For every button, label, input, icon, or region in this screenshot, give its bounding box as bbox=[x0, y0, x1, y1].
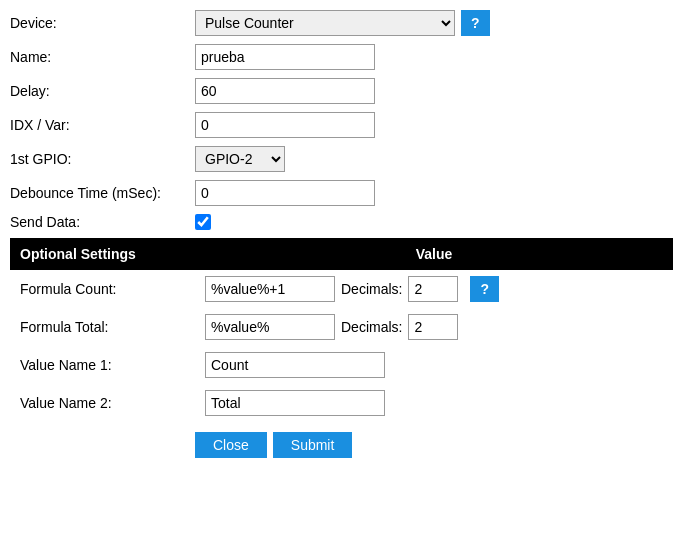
value-name1-cell bbox=[195, 346, 673, 384]
formula-total-group: Decimals: bbox=[205, 314, 663, 340]
gpio-select[interactable]: GPIO-2GPIO-0GPIO-1GPIO-3GPIO-4 bbox=[195, 146, 285, 172]
value-name1-row: Value Name 1: bbox=[10, 346, 673, 384]
idx-input[interactable] bbox=[195, 112, 375, 138]
idx-row: IDX / Var: bbox=[10, 112, 673, 138]
delay-label: Delay: bbox=[10, 83, 195, 99]
device-label: Device: bbox=[10, 15, 195, 31]
value-header: Value bbox=[195, 238, 673, 270]
action-buttons: Close Submit bbox=[10, 432, 673, 458]
formula-count-label: Formula Count: bbox=[10, 270, 195, 308]
delay-input[interactable] bbox=[195, 78, 375, 104]
formula-count-decimals-label: Decimals: bbox=[341, 281, 402, 297]
submit-button[interactable]: Submit bbox=[273, 432, 353, 458]
formula-total-row: Formula Total: Decimals: bbox=[10, 308, 673, 346]
send-data-checkbox[interactable] bbox=[195, 214, 211, 230]
debounce-row: Debounce Time (mSec): bbox=[10, 180, 673, 206]
value-name1-input[interactable] bbox=[205, 352, 385, 378]
formula-total-decimals-label: Decimals: bbox=[341, 319, 402, 335]
value-name1-label: Value Name 1: bbox=[10, 346, 195, 384]
formula-count-cell: Decimals: ? bbox=[195, 270, 673, 308]
gpio-row: 1st GPIO: GPIO-2GPIO-0GPIO-1GPIO-3GPIO-4 bbox=[10, 146, 673, 172]
formula-total-input[interactable] bbox=[205, 314, 335, 340]
close-button[interactable]: Close bbox=[195, 432, 267, 458]
formula-count-help-button[interactable]: ? bbox=[470, 276, 499, 302]
send-data-label: Send Data: bbox=[10, 214, 195, 230]
value-name2-cell bbox=[195, 384, 673, 422]
formula-count-group: Decimals: ? bbox=[205, 276, 663, 302]
device-row: Device: Pulse Counter ? bbox=[10, 10, 673, 36]
name-row: Name: bbox=[10, 44, 673, 70]
debounce-label: Debounce Time (mSec): bbox=[10, 185, 195, 201]
formula-count-input[interactable] bbox=[205, 276, 335, 302]
name-input[interactable] bbox=[195, 44, 375, 70]
device-select[interactable]: Pulse Counter bbox=[195, 10, 455, 36]
name-label: Name: bbox=[10, 49, 195, 65]
formula-count-decimals-input[interactable] bbox=[408, 276, 458, 302]
send-data-row: Send Data: bbox=[10, 214, 673, 230]
device-help-button[interactable]: ? bbox=[461, 10, 490, 36]
formula-total-cell: Decimals: bbox=[195, 308, 673, 346]
gpio-label: 1st GPIO: bbox=[10, 151, 195, 167]
optional-settings-header: Optional Settings bbox=[10, 238, 195, 270]
delay-row: Delay: bbox=[10, 78, 673, 104]
debounce-input[interactable] bbox=[195, 180, 375, 206]
idx-label: IDX / Var: bbox=[10, 117, 195, 133]
formula-count-row: Formula Count: Decimals: ? bbox=[10, 270, 673, 308]
formula-total-label: Formula Total: bbox=[10, 308, 195, 346]
formula-total-decimals-input[interactable] bbox=[408, 314, 458, 340]
value-name2-input[interactable] bbox=[205, 390, 385, 416]
value-name2-label: Value Name 2: bbox=[10, 384, 195, 422]
value-name2-row: Value Name 2: bbox=[10, 384, 673, 422]
optional-settings-table: Optional Settings Value Formula Count: D… bbox=[10, 238, 673, 422]
